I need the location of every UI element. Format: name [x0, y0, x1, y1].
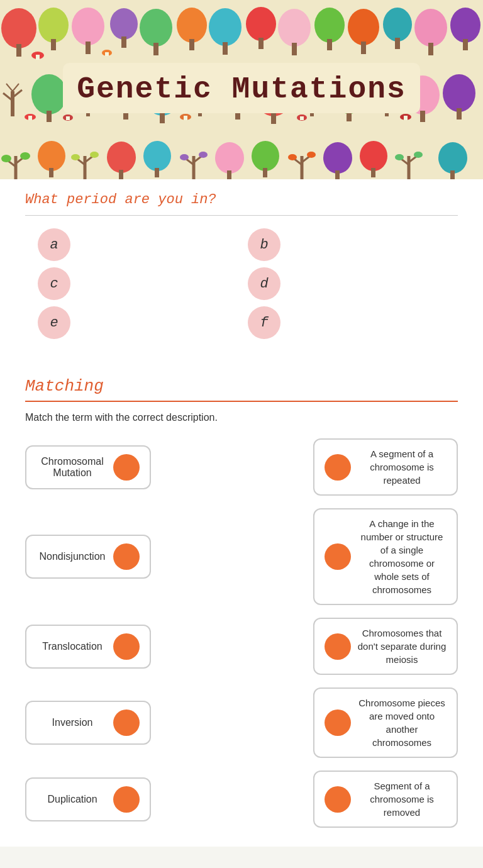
svg-rect-8 [121, 36, 126, 48]
matching-row-4: Inversion Chromosome pieces are moved on… [25, 687, 458, 758]
svg-point-87 [71, 154, 80, 160]
term-label-chromosomal-mutation: Chromosomal Mutation [36, 456, 108, 479]
svg-rect-2 [16, 44, 21, 57]
term-label-nondisjunction: Nondisjunction [36, 551, 108, 562]
svg-point-27 [450, 8, 480, 43]
matching-row-2: Nondisjunction A change in the number or… [25, 508, 458, 605]
svg-rect-39 [47, 111, 52, 122]
svg-rect-101 [263, 168, 267, 177]
svg-point-115 [414, 152, 423, 158]
svg-point-15 [246, 7, 276, 41]
svg-point-5 [72, 8, 104, 45]
svg-rect-6 [86, 42, 91, 54]
desc-dot-5[interactable] [325, 786, 351, 813]
term-label-inversion: Inversion [36, 717, 108, 728]
matching-divider [25, 401, 458, 402]
svg-point-109 [360, 141, 387, 171]
svg-point-98 [215, 142, 244, 174]
term-box-translocation: Translocation [25, 625, 151, 669]
desc-dot-3[interactable] [325, 633, 351, 660]
matching-row-3: Translocation Chromosomes that don't sep… [25, 618, 458, 675]
desc-dot-2[interactable] [325, 543, 351, 570]
svg-point-7 [110, 8, 138, 40]
svg-rect-64 [420, 111, 425, 122]
svg-point-17 [278, 9, 311, 47]
term-box-duplication: Duplication [25, 777, 151, 821]
svg-rect-22 [361, 42, 366, 54]
svg-point-21 [348, 9, 379, 45]
svg-rect-99 [227, 170, 231, 179]
term-dot-translocation[interactable] [113, 633, 140, 660]
term-dot-chromosomal-mutation[interactable] [113, 454, 140, 481]
svg-rect-74 [300, 116, 304, 120]
svg-point-107 [323, 142, 352, 174]
svg-point-116 [438, 142, 467, 174]
term-label-duplication: Duplication [36, 794, 108, 805]
svg-rect-18 [292, 43, 297, 55]
svg-point-114 [395, 154, 404, 160]
desc-label-3: Chromosomes that don't separate during m… [357, 626, 447, 666]
svg-point-81 [20, 152, 30, 160]
matching-row-1: Chromosomal Mutation A segment of a chro… [25, 438, 458, 496]
svg-rect-12 [189, 39, 194, 50]
header-banner: Genetic Mutations [0, 0, 483, 179]
svg-rect-70 [66, 116, 70, 120]
desc-box-4: Chromosome pieces are moved onto another… [313, 687, 458, 758]
svg-rect-28 [463, 39, 468, 50]
svg-point-9 [140, 9, 172, 47]
svg-rect-68 [28, 116, 32, 120]
svg-point-88 [90, 152, 99, 158]
matching-instruction: Match the term with the correct descript… [25, 412, 458, 423]
svg-rect-26 [428, 43, 433, 55]
svg-point-82 [38, 141, 65, 171]
svg-rect-32 [105, 52, 109, 56]
svg-rect-110 [371, 168, 375, 177]
term-dot-duplication[interactable] [113, 786, 140, 813]
term-box-chromosomal-mutation: Chromosomal Mutation [25, 445, 151, 489]
period-button-d[interactable]: d [248, 267, 280, 300]
svg-point-25 [414, 9, 447, 47]
svg-point-106 [307, 152, 316, 158]
svg-rect-90 [119, 170, 123, 179]
term-dot-nondisjunction[interactable] [113, 543, 140, 570]
matching-rows: Chromosomal Mutation A segment of a chro… [25, 438, 458, 828]
desc-label-2: A change in the number or structure of a… [357, 517, 447, 596]
period-divider [25, 215, 458, 216]
desc-dot-4[interactable] [325, 709, 351, 736]
svg-rect-20 [327, 39, 332, 50]
period-button-a[interactable]: a [38, 228, 70, 261]
svg-point-91 [143, 141, 171, 171]
svg-rect-16 [258, 38, 264, 49]
svg-point-96 [180, 154, 189, 160]
period-buttons-grid: a b c d e f [25, 228, 458, 339]
svg-point-13 [209, 8, 242, 46]
desc-box-3: Chromosomes that don't separate during m… [313, 618, 458, 675]
svg-rect-72 [184, 116, 187, 120]
svg-rect-30 [36, 55, 40, 60]
svg-point-11 [177, 8, 207, 43]
period-button-b[interactable]: b [248, 228, 280, 261]
svg-point-19 [314, 8, 345, 43]
period-button-e[interactable]: e [38, 306, 70, 339]
desc-box-1: A segment of a chromosome is repeated [313, 438, 458, 496]
svg-point-97 [199, 152, 208, 158]
svg-point-1 [1, 8, 36, 48]
desc-dot-1[interactable] [325, 454, 351, 481]
svg-point-100 [252, 141, 279, 171]
period-button-f[interactable]: f [248, 306, 280, 339]
svg-rect-10 [153, 43, 158, 55]
term-dot-inversion[interactable] [113, 709, 140, 736]
term-box-inversion: Inversion [25, 701, 151, 745]
svg-point-80 [1, 155, 11, 162]
matching-title: Matching [25, 377, 458, 396]
svg-rect-83 [49, 168, 53, 177]
desc-box-2: A change in the number or structure of a… [313, 508, 458, 605]
svg-rect-4 [51, 39, 56, 50]
svg-point-89 [107, 142, 136, 173]
period-button-c[interactable]: c [38, 267, 70, 300]
svg-rect-46 [160, 112, 165, 123]
matching-row-5: Duplication Segment of a chromosome is r… [25, 771, 458, 828]
term-box-nondisjunction: Nondisjunction [25, 535, 151, 579]
svg-point-65 [443, 74, 475, 112]
period-question: What period are you in? [25, 192, 458, 208]
